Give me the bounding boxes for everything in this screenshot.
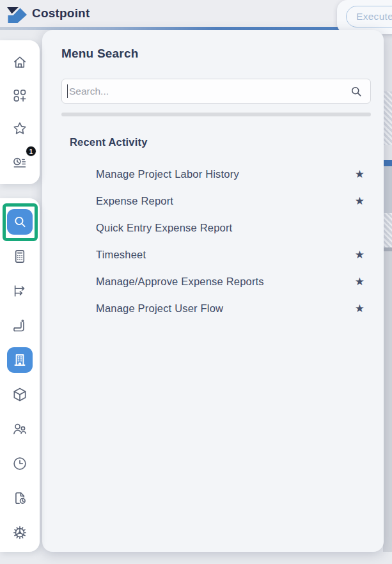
calculator-icon — [12, 248, 28, 265]
sidebar-item-recent-activity[interactable]: 1 — [7, 149, 33, 175]
cube-icon — [12, 386, 28, 403]
sidebar-item-favorites[interactable] — [7, 116, 33, 141]
apps-add-icon — [12, 87, 28, 104]
execute-toolbar: Execute — [337, 0, 392, 34]
recent-item[interactable]: Timesheet★ — [96, 241, 365, 268]
search-icon — [12, 214, 28, 230]
recent-item[interactable]: Quick Entry Expense Report — [96, 214, 365, 241]
sidebar-item-home[interactable] — [7, 49, 33, 75]
costpoint-app: Costpoint Execute Menu Search Recent Act… — [0, 0, 392, 564]
recent-item[interactable]: Manage/Approve Expense Reports★ — [96, 268, 365, 295]
recent-item-label[interactable]: Manage Project Labor History — [96, 168, 239, 180]
process-flow-icon — [12, 283, 28, 299]
history-icon — [12, 153, 28, 170]
background-page-sliver — [383, 30, 392, 552]
clock-icon — [12, 455, 28, 472]
sidebar-item-process-flow[interactable] — [7, 278, 33, 304]
recent-item[interactable]: Expense Report★ — [96, 187, 365, 214]
sidebar-item-settings[interactable] — [7, 520, 33, 545]
search-icon — [350, 85, 363, 98]
recent-activity-list: Manage Project Labor History★Expense Rep… — [96, 161, 365, 322]
favorite-star-icon[interactable]: ★ — [350, 302, 365, 315]
background-fragment — [383, 213, 392, 247]
building-icon — [12, 352, 28, 368]
background-fragment — [383, 91, 392, 145]
execute-button[interactable]: Execute — [346, 6, 392, 27]
pipe-icon — [12, 317, 28, 334]
recent-item-label[interactable]: Manage/Approve Expense Reports — [96, 276, 264, 288]
divider — [61, 113, 371, 116]
sidebar-item-menu-search[interactable] — [7, 209, 33, 235]
gear-icon — [12, 524, 28, 541]
favorite-star-icon[interactable]: ★ — [350, 275, 365, 288]
sidebar-item-materials[interactable] — [7, 382, 33, 407]
recent-item[interactable]: Manage Project Labor History★ — [96, 161, 365, 187]
background-fragment — [383, 251, 392, 552]
sidebar-item-pipeline[interactable] — [7, 313, 33, 338]
notification-badge: 1 — [26, 146, 36, 157]
sidebar-top-group: 1 — [0, 40, 40, 184]
menu-search-panel: Menu Search Recent Activity Manage Proje… — [42, 30, 384, 552]
sidebar-item-applications[interactable] — [7, 82, 33, 108]
file-clock-icon — [12, 490, 28, 506]
people-icon — [12, 421, 28, 437]
sidebar-item-calculator[interactable] — [7, 244, 33, 269]
recent-item-label[interactable]: Expense Report — [96, 195, 173, 207]
costpoint-logo-icon — [6, 6, 29, 24]
favorite-star-icon[interactable]: ★ — [350, 168, 365, 181]
sidebar-divider — [8, 239, 31, 240]
home-icon — [12, 54, 28, 70]
recent-item[interactable]: Manage Project User Flow★ — [96, 295, 365, 322]
background-fragment — [383, 166, 392, 213]
favorite-star-icon[interactable]: ★ — [350, 194, 365, 208]
background-fragment — [383, 160, 392, 166]
app-header: Costpoint — [0, 0, 392, 30]
recent-item-label[interactable]: Timesheet — [96, 249, 146, 261]
sidebar-item-document-time[interactable] — [7, 485, 33, 511]
sidebar-item-time[interactable] — [7, 451, 33, 476]
recent-item-label[interactable]: Manage Project User Flow — [96, 302, 223, 315]
app-title: Costpoint — [32, 6, 90, 20]
search-input[interactable] — [62, 79, 370, 103]
sidebar-item-people[interactable] — [7, 416, 33, 442]
panel-title: Menu Search — [61, 47, 138, 61]
sidebar-main-group — [0, 198, 40, 552]
recent-item-label[interactable]: Quick Entry Expense Report — [96, 222, 232, 234]
recent-activity-heading: Recent Activity — [70, 136, 148, 148]
star-icon — [12, 120, 28, 137]
sidebar-item-organization[interactable] — [7, 347, 33, 373]
favorite-star-icon[interactable]: ★ — [350, 248, 365, 262]
search-box — [61, 79, 371, 104]
